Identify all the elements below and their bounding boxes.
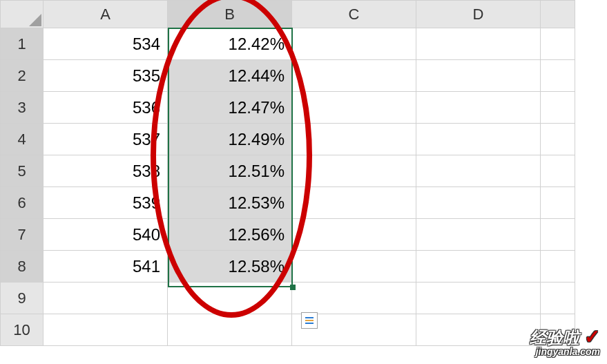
cell-D1[interactable]: [416, 28, 541, 60]
cell-A10[interactable]: [44, 314, 168, 346]
cell-A3[interactable]: 536: [44, 92, 168, 124]
checkmark-icon: ✓: [584, 326, 600, 347]
cell-B6[interactable]: 12.53%: [168, 187, 292, 219]
cell-D7[interactable]: [416, 219, 541, 251]
row-header-4[interactable]: 4: [1, 124, 44, 155]
cell-A8[interactable]: 541: [44, 251, 168, 282]
watermark: 经验啦 ✓ jingyanla.com: [530, 325, 600, 357]
cell-A5[interactable]: 538: [44, 155, 168, 187]
cell-E3[interactable]: [541, 92, 575, 124]
cell-E4[interactable]: [541, 124, 575, 155]
cell-D4[interactable]: [416, 124, 541, 155]
cell-B4[interactable]: 12.49%: [168, 124, 292, 155]
cell-D10[interactable]: [416, 314, 541, 346]
cell-A9[interactable]: [44, 282, 168, 314]
cell-E5[interactable]: [541, 155, 575, 187]
column-header-D[interactable]: D: [416, 1, 541, 28]
cell-D9[interactable]: [416, 282, 541, 314]
svg-rect-2: [305, 320, 314, 321]
cell-A4[interactable]: 537: [44, 124, 168, 155]
watermark-text: 经验啦: [530, 328, 579, 347]
row-header-10[interactable]: 10: [1, 314, 44, 346]
cell-C2[interactable]: [292, 60, 416, 92]
row-header-5[interactable]: 5: [1, 155, 44, 187]
cell-A2[interactable]: 535: [44, 60, 168, 92]
cell-A7[interactable]: 540: [44, 219, 168, 251]
cell-C3[interactable]: [292, 92, 416, 124]
cell-C7[interactable]: [292, 219, 416, 251]
cell-C8[interactable]: [292, 251, 416, 282]
row-header-2[interactable]: 2: [1, 60, 44, 92]
cell-C5[interactable]: [292, 155, 416, 187]
cell-D2[interactable]: [416, 60, 541, 92]
cell-B7[interactable]: 12.56%: [168, 219, 292, 251]
select-all-icon: [29, 14, 41, 26]
column-header-B[interactable]: B: [168, 1, 292, 28]
column-header-C[interactable]: C: [292, 1, 416, 28]
cell-B10[interactable]: [168, 314, 292, 346]
cell-D5[interactable]: [416, 155, 541, 187]
watermark-url: jingyanla.com: [530, 346, 600, 357]
cell-A6[interactable]: 539: [44, 187, 168, 219]
cell-C4[interactable]: [292, 124, 416, 155]
cell-E1[interactable]: [541, 28, 575, 60]
cell-B8[interactable]: 12.58%: [168, 251, 292, 282]
cell-C6[interactable]: [292, 187, 416, 219]
row-header-8[interactable]: 8: [1, 251, 44, 282]
autofill-options-button[interactable]: [301, 312, 318, 329]
cell-B3[interactable]: 12.47%: [168, 92, 292, 124]
autofill-options-icon: [304, 315, 315, 326]
cell-E7[interactable]: [541, 219, 575, 251]
cell-A1[interactable]: 534: [44, 28, 168, 60]
cell-C1[interactable]: [292, 28, 416, 60]
row-header-6[interactable]: 6: [1, 187, 44, 219]
cell-B1[interactable]: 12.42%: [168, 28, 292, 60]
cell-B2[interactable]: 12.44%: [168, 60, 292, 92]
cell-E8[interactable]: [541, 251, 575, 282]
cell-B5[interactable]: 12.51%: [168, 155, 292, 187]
row-header-1[interactable]: 1: [1, 28, 44, 60]
column-header-E[interactable]: [541, 1, 575, 28]
cell-E6[interactable]: [541, 187, 575, 219]
cell-B9[interactable]: [168, 282, 292, 314]
cell-D8[interactable]: [416, 251, 541, 282]
row-header-9[interactable]: 9: [1, 282, 44, 314]
svg-rect-3: [305, 323, 314, 324]
svg-rect-1: [305, 317, 314, 318]
cell-D3[interactable]: [416, 92, 541, 124]
row-header-7[interactable]: 7: [1, 219, 44, 251]
cell-E2[interactable]: [541, 60, 575, 92]
cell-D6[interactable]: [416, 187, 541, 219]
cell-E9[interactable]: [541, 282, 575, 314]
column-header-A[interactable]: A: [44, 1, 168, 28]
row-header-3[interactable]: 3: [1, 92, 44, 124]
svg-marker-0: [29, 14, 41, 26]
cell-C9[interactable]: [292, 282, 416, 314]
spreadsheet-grid: A B C D 1 534 12.42% 2 535 12.44% 3 536 …: [0, 0, 575, 346]
select-all-corner[interactable]: [1, 1, 44, 28]
